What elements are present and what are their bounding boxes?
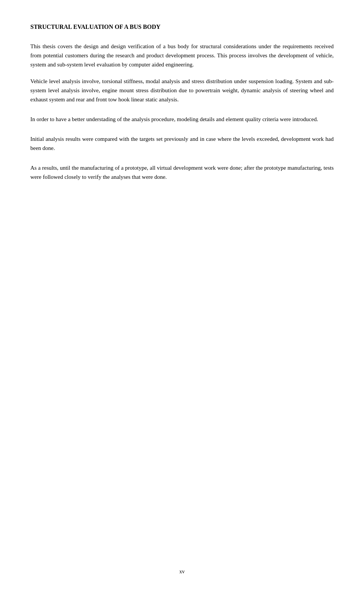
paragraph-4: Initial analysis results were compared w… <box>30 134 334 153</box>
paragraph-1: This thesis covers the design and design… <box>30 42 334 69</box>
paragraph-5: As a results, until the manufacturing of… <box>30 163 334 181</box>
page-number: xv <box>179 569 185 575</box>
paragraph-3: In order to have a better understading o… <box>30 115 334 124</box>
page-container: STRUCTURAL EVALUATION OF A BUS BODY This… <box>0 0 364 590</box>
paragraph-2: Vehicle level analysis involve, torsiona… <box>30 77 334 104</box>
page-title: STRUCTURAL EVALUATION OF A BUS BODY <box>30 23 334 31</box>
